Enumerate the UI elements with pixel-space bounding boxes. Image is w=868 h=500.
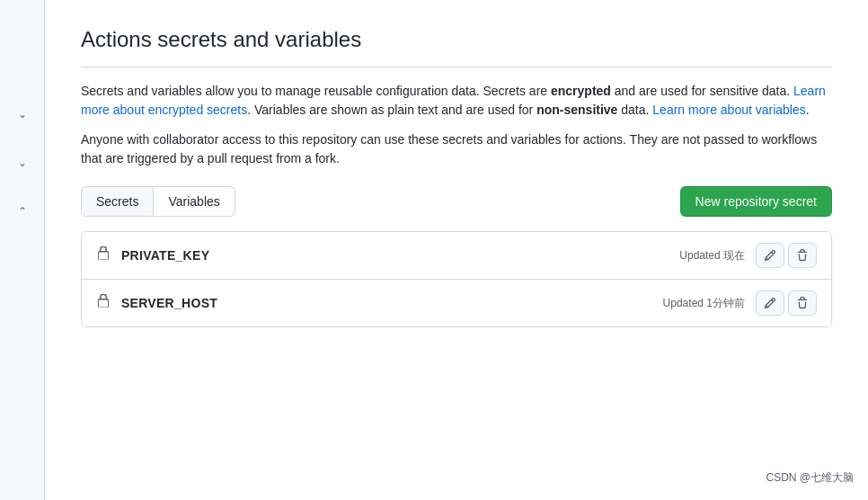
desc-text-4: data. <box>617 103 652 117</box>
desc-bold-encrypted: encrypted <box>551 84 611 98</box>
action-buttons-server-host <box>756 290 817 316</box>
sidebar: ⌄ ⌄ ⌃ <box>0 0 45 500</box>
page-title: Actions secrets and variables <box>81 27 832 67</box>
edit-button-server-host[interactable] <box>756 290 784 316</box>
secret-name-private-key: PRIVATE_KEY <box>121 248 679 263</box>
new-repository-secret-button[interactable]: New repository secret <box>680 186 832 217</box>
link-variables[interactable]: Learn more about variables <box>652 103 805 117</box>
tab-variables[interactable]: Variables <box>154 186 235 217</box>
sidebar-chevron-1[interactable]: ⌄ <box>18 108 27 121</box>
desc-text-5: . <box>806 103 810 117</box>
description-para1: Secrets and variables allow you to manag… <box>81 82 832 120</box>
delete-button-server-host[interactable] <box>788 290 817 316</box>
tabs-container: Secrets Variables <box>81 186 235 217</box>
delete-button-private-key[interactable] <box>788 243 817 268</box>
desc-bold-nonsensitive: non-sensitive <box>536 103 617 117</box>
watermark: CSDN @七维大脑 <box>766 470 854 486</box>
lock-icon-private-key <box>96 246 111 264</box>
notice-text: Anyone with collaborator access to this … <box>81 130 832 168</box>
desc-text-2: and are used for sensitive data. <box>611 84 793 98</box>
action-buttons-private-key <box>756 243 817 268</box>
sidebar-chevron-2[interactable]: ⌄ <box>18 156 27 169</box>
tab-secrets[interactable]: Secrets <box>81 186 154 217</box>
secret-updated-server-host: Updated 1分钟前 <box>663 296 745 311</box>
secret-updated-private-key: Updated 现在 <box>679 248 745 263</box>
edit-button-private-key[interactable] <box>756 243 784 268</box>
secrets-list: PRIVATE_KEY Updated 现在 <box>81 231 832 327</box>
sidebar-chevron-3[interactable]: ⌃ <box>18 205 27 218</box>
main-content: Actions secrets and variables Secrets an… <box>45 0 868 500</box>
secret-name-server-host: SERVER_HOST <box>121 296 663 310</box>
tabs-and-action: Secrets Variables New repository secret <box>81 186 832 217</box>
desc-text-3: . Variables are shown as plain text and … <box>247 103 536 117</box>
secret-row-server-host: SERVER_HOST Updated 1分钟前 <box>82 280 831 326</box>
desc-text-1: Secrets and variables allow you to manag… <box>81 84 551 98</box>
secret-row-private-key: PRIVATE_KEY Updated 现在 <box>82 232 831 280</box>
lock-icon-server-host <box>96 294 111 312</box>
